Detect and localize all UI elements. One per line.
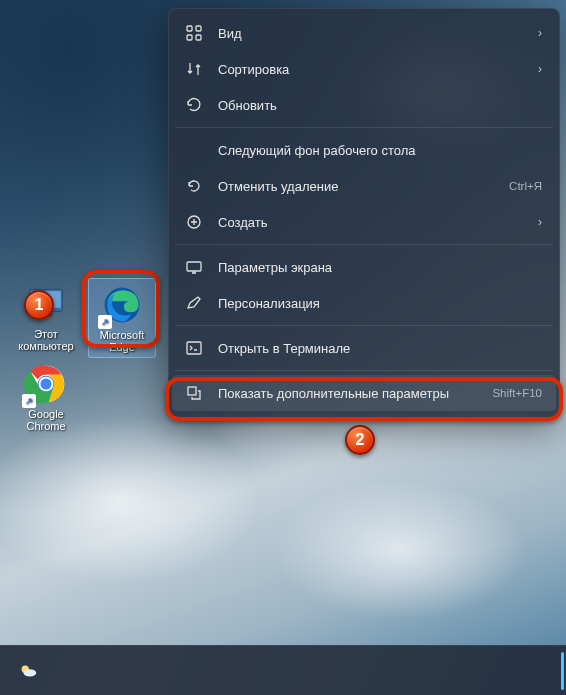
- svg-point-7: [40, 378, 53, 391]
- menu-label: Обновить: [218, 98, 542, 113]
- svg-rect-14: [187, 342, 201, 354]
- chevron-right-icon: ›: [538, 62, 542, 76]
- chevron-right-icon: ›: [538, 215, 542, 229]
- new-icon: [184, 212, 204, 232]
- menu-label: Сортировка: [218, 62, 530, 77]
- callout-badge-2: 2: [345, 425, 375, 455]
- menu-shortcut: Ctrl+Я: [509, 180, 542, 192]
- refresh-icon: [184, 95, 204, 115]
- svg-point-17: [23, 669, 36, 676]
- display-icon: [184, 257, 204, 277]
- undo-icon: [184, 176, 204, 196]
- callout-frame-2: [165, 377, 563, 421]
- menu-personalize[interactable]: Персонализация: [172, 285, 556, 321]
- svg-rect-13: [187, 262, 201, 271]
- menu-label: Следующий фон рабочего стола: [218, 143, 542, 158]
- terminal-icon: [184, 338, 204, 358]
- callout-badge-1: 1: [24, 290, 54, 320]
- menu-label: Открыть в Терминале: [218, 341, 542, 356]
- weather-icon: [17, 660, 39, 682]
- svg-rect-11: [196, 35, 201, 40]
- menu-label: Отменить удаление: [218, 179, 501, 194]
- svg-rect-8: [187, 26, 192, 31]
- desktop-context-menu: Вид › Сортировка › Обновить Следующий фо…: [168, 8, 560, 418]
- icon-label: Этот компьютер: [14, 328, 78, 352]
- menu-undo-delete[interactable]: Отменить удаление Ctrl+Я: [172, 168, 556, 204]
- menu-view[interactable]: Вид ›: [172, 15, 556, 51]
- menu-display-settings[interactable]: Параметры экрана: [172, 249, 556, 285]
- taskbar[interactable]: [0, 645, 566, 695]
- shortcut-arrow-icon: ↗: [22, 394, 36, 408]
- menu-new[interactable]: Создать ›: [172, 204, 556, 240]
- callout-frame-1: [82, 270, 160, 348]
- taskbar-widgets[interactable]: [8, 651, 48, 691]
- taskbar-indicator: [561, 652, 564, 690]
- menu-label: Вид: [218, 26, 530, 41]
- menu-label: Персонализация: [218, 296, 542, 311]
- svg-rect-9: [196, 26, 201, 31]
- menu-label: Создать: [218, 215, 530, 230]
- menu-separator: [175, 127, 553, 128]
- chrome-icon: ↗: [24, 362, 68, 406]
- blank-icon: [184, 140, 204, 160]
- chevron-right-icon: ›: [538, 26, 542, 40]
- menu-separator: [175, 370, 553, 371]
- desktop-icon-chrome[interactable]: ↗ Google Chrome: [12, 358, 80, 436]
- menu-label: Параметры экрана: [218, 260, 542, 275]
- menu-separator: [175, 325, 553, 326]
- view-icon: [184, 23, 204, 43]
- personalize-icon: [184, 293, 204, 313]
- menu-next-background[interactable]: Следующий фон рабочего стола: [172, 132, 556, 168]
- desktop[interactable]: Этот компьютер ↗ Microsoft Edge ↗ Google…: [0, 0, 566, 645]
- sort-icon: [184, 59, 204, 79]
- icon-label: Google Chrome: [14, 408, 78, 432]
- menu-refresh[interactable]: Обновить: [172, 87, 556, 123]
- menu-sort[interactable]: Сортировка ›: [172, 51, 556, 87]
- menu-open-terminal[interactable]: Открыть в Терминале: [172, 330, 556, 366]
- menu-separator: [175, 244, 553, 245]
- svg-rect-10: [187, 35, 192, 40]
